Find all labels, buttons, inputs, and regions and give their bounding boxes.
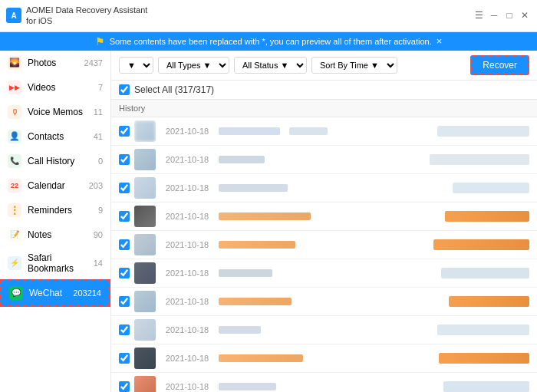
sidebar-item-reminders[interactable]: ⋮ Reminders 9 [0, 198, 110, 222]
sidebar-count-safari-bookmarks: 14 [94, 259, 103, 268]
sidebar-label-videos: Videos [28, 82, 92, 93]
sort-by-time-filter[interactable]: Sort By Time ▼ [311, 57, 397, 74]
call-history-icon: 📞 [8, 154, 21, 168]
app-title: AOMEI Data Recovery Assistant for iOS [26, 5, 147, 27]
sidebar-item-contacts[interactable]: 👤 Contacts 41 [0, 124, 110, 149]
avatar [134, 319, 156, 341]
row-checkbox[interactable] [119, 211, 130, 222]
sidebar-label-voice-memos: Voice Memos [28, 107, 87, 117]
table-row: 2021-10-18 [111, 259, 537, 288]
item-content [219, 156, 425, 163]
sidebar-item-photos[interactable]: 🌄 Photos 2437 [0, 51, 110, 75]
select-all-label[interactable]: Select All (317/317) [134, 84, 214, 95]
title-bar-left: A AOMEI Data Recovery Assistant for iOS [6, 5, 473, 27]
item-extra [449, 296, 529, 307]
row-checkbox[interactable] [119, 296, 130, 307]
sidebar-count-voice-memos: 11 [94, 107, 103, 117]
sidebar-item-wechat[interactable]: 💬 WeChat 203214 [0, 279, 110, 307]
row-checkbox[interactable] [119, 381, 130, 392]
sidebar-count-reminders: 9 [98, 206, 103, 215]
notification-icon: ⚑ [95, 35, 105, 48]
item-extra [437, 324, 529, 335]
item-extra [441, 268, 529, 278]
item-extra [437, 126, 529, 137]
sidebar-count-contacts: 41 [94, 132, 103, 141]
avatar [134, 206, 156, 227]
sidebar-item-notes[interactable]: 📝 Notes 90 [0, 222, 110, 247]
item-content [219, 326, 433, 334]
row-checkbox[interactable] [119, 154, 130, 165]
row-checkbox[interactable] [119, 268, 130, 278]
table-row: 2021-10-18 [111, 146, 537, 174]
table-row: 2021-10-18 [111, 231, 537, 259]
notification-bar: ⚑ Some contents have been replaced with … [0, 32, 537, 51]
sidebar: 🌄 Photos 2437 ▶▶ Videos 7 🎙 Voice Memos … [0, 51, 111, 392]
row-checkbox[interactable] [119, 239, 130, 250]
sidebar-label-reminders: Reminders [28, 205, 92, 216]
item-date: 2021-10-18 [160, 155, 214, 164]
avatar [134, 291, 156, 312]
notification-message: Some contents have been replaced with *,… [110, 37, 432, 46]
item-date: 2021-10-18 [160, 354, 214, 363]
contacts-icon: 👤 [8, 130, 21, 143]
menu-button[interactable]: ☰ [473, 9, 485, 21]
avatar [134, 348, 156, 369]
row-checkbox[interactable] [119, 353, 130, 364]
table-row: 2021-10-18 [111, 316, 537, 344]
sidebar-count-videos: 7 [98, 83, 103, 92]
avatar [134, 177, 156, 199]
all-types-filter[interactable]: All Types ▼ [158, 57, 229, 74]
sidebar-count-notes: 90 [94, 230, 103, 239]
minimize-button[interactable]: ─ [488, 9, 500, 21]
item-date: 2021-10-18 [160, 212, 214, 221]
sidebar-label-contacts: Contacts [28, 131, 87, 142]
all-status-filter[interactable]: All Status ▼ [234, 57, 307, 74]
app-container: A AOMEI Data Recovery Assistant for iOS … [0, 0, 537, 392]
avatar [134, 149, 156, 170]
item-date: 2021-10-18 [160, 382, 214, 391]
item-extra [443, 381, 529, 392]
search-dropdown[interactable]: ▼ [119, 57, 153, 74]
sidebar-label-call-history: Call History [28, 156, 92, 166]
item-date: 2021-10-18 [160, 183, 214, 193]
avatar [134, 262, 156, 284]
item-content [219, 354, 434, 362]
table-row: 2021-10-18 [111, 174, 537, 203]
items-list: 2021-10-18 2021-10-18 [111, 117, 537, 392]
sidebar-count-photos: 2437 [84, 58, 103, 68]
sidebar-label-notes: Notes [28, 229, 87, 240]
sidebar-item-calendar[interactable]: 22 Calendar 203 [0, 173, 110, 198]
select-all-checkbox[interactable] [119, 84, 130, 95]
sidebar-item-videos[interactable]: ▶▶ Videos 7 [0, 75, 110, 100]
photos-icon: 🌄 [8, 56, 21, 70]
wechat-icon: 💬 [9, 286, 23, 300]
sidebar-item-voice-memos[interactable]: 🎙 Voice Memos 11 [0, 100, 110, 124]
notification-close[interactable]: × [437, 35, 443, 47]
table-row: 2021-10-18 [111, 203, 537, 231]
row-checkbox[interactable] [119, 324, 130, 335]
sidebar-count-wechat: 203214 [73, 288, 101, 298]
recover-button[interactable]: Recover [470, 55, 529, 75]
select-all-row: Select All (317/317) [111, 81, 537, 100]
item-date: 2021-10-18 [160, 325, 214, 334]
row-checkbox[interactable] [119, 183, 130, 193]
item-extra [433, 239, 529, 250]
close-button[interactable]: ✕ [519, 9, 531, 21]
sidebar-label-wechat: WeChat [29, 288, 67, 298]
title-bar: A AOMEI Data Recovery Assistant for iOS … [0, 0, 537, 32]
history-label: History [119, 104, 145, 113]
item-content [219, 184, 448, 192]
table-row: 2021-10-18 [111, 117, 537, 146]
notes-icon: 📝 [8, 228, 21, 242]
sidebar-count-call-history: 0 [98, 156, 103, 166]
row-checkbox[interactable] [119, 126, 130, 137]
maximize-button[interactable]: □ [503, 9, 516, 21]
sidebar-item-call-history[interactable]: 📞 Call History 0 [0, 149, 110, 173]
sidebar-item-safari-bookmarks[interactable]: ⚡ Safari Bookmarks 14 [0, 247, 110, 279]
item-date: 2021-10-18 [160, 127, 214, 136]
sidebar-count-calendar: 203 [89, 181, 103, 190]
item-date: 2021-10-18 [160, 297, 214, 306]
table-row: 2021-10-18 [111, 288, 537, 316]
sidebar-label-safari-bookmarks: Safari Bookmarks [28, 252, 87, 274]
item-extra [445, 211, 529, 222]
